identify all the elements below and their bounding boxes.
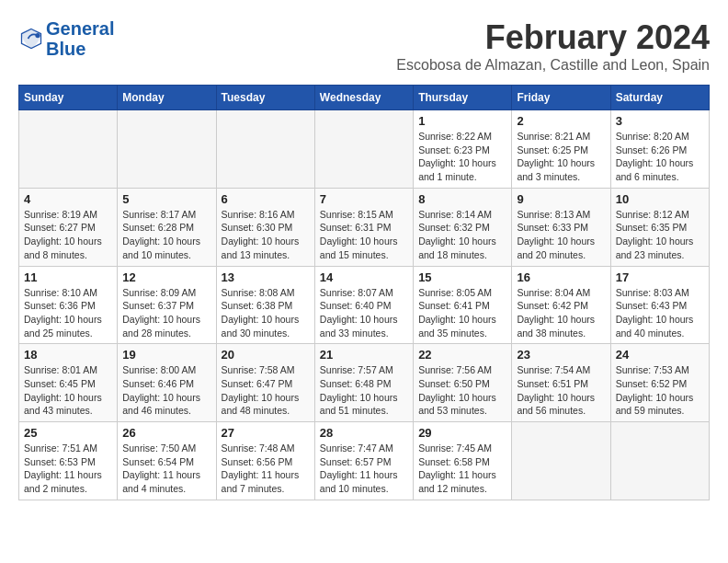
calendar-cell: 18Sunrise: 8:01 AM Sunset: 6:45 PM Dayli…	[19, 344, 118, 422]
day-info: Sunrise: 7:56 AM Sunset: 6:50 PM Dayligh…	[418, 363, 506, 418]
day-info: Sunrise: 8:09 AM Sunset: 6:37 PM Dayligh…	[122, 286, 210, 340]
day-number: 15	[418, 270, 506, 284]
day-header-tuesday: Tuesday	[216, 86, 314, 110]
day-info: Sunrise: 8:13 AM Sunset: 6:33 PM Dayligh…	[517, 208, 605, 262]
day-header-monday: Monday	[118, 86, 216, 110]
day-number: 25	[24, 426, 112, 440]
calendar-cell: 16Sunrise: 8:04 AM Sunset: 6:42 PM Dayli…	[512, 266, 610, 344]
calendar-cell	[512, 422, 610, 500]
day-header-sunday: Sunday	[19, 86, 118, 110]
calendar-cell: 5Sunrise: 8:17 AM Sunset: 6:28 PM Daylig…	[118, 188, 216, 266]
day-info: Sunrise: 8:00 AM Sunset: 6:46 PM Dayligh…	[122, 363, 210, 418]
day-number: 24	[616, 348, 704, 362]
day-number: 22	[418, 348, 506, 362]
day-info: Sunrise: 7:48 AM Sunset: 6:56 PM Dayligh…	[222, 442, 310, 496]
calendar-cell: 24Sunrise: 7:53 AM Sunset: 6:52 PM Dayli…	[610, 344, 709, 422]
day-info: Sunrise: 8:17 AM Sunset: 6:28 PM Dayligh…	[122, 208, 210, 262]
day-info: Sunrise: 8:03 AM Sunset: 6:43 PM Dayligh…	[616, 286, 704, 340]
day-number: 23	[517, 348, 605, 362]
calendar-cell: 2Sunrise: 8:21 AM Sunset: 6:25 PM Daylig…	[512, 110, 610, 189]
calendar-cell: 28Sunrise: 7:47 AM Sunset: 6:57 PM Dayli…	[314, 422, 413, 500]
calendar-cell: 3Sunrise: 8:20 AM Sunset: 6:26 PM Daylig…	[610, 110, 709, 189]
day-number: 18	[24, 348, 112, 362]
calendar-cell: 15Sunrise: 8:05 AM Sunset: 6:41 PM Dayli…	[414, 266, 512, 344]
day-info: Sunrise: 8:07 AM Sunset: 6:40 PM Dayligh…	[320, 286, 408, 340]
day-info: Sunrise: 8:08 AM Sunset: 6:38 PM Dayligh…	[222, 286, 310, 340]
day-info: Sunrise: 8:10 AM Sunset: 6:36 PM Dayligh…	[24, 286, 112, 340]
day-number: 11	[24, 270, 112, 284]
day-info: Sunrise: 8:20 AM Sunset: 6:26 PM Dayligh…	[616, 130, 704, 184]
day-header-saturday: Saturday	[610, 86, 709, 110]
calendar-cell: 27Sunrise: 7:48 AM Sunset: 6:56 PM Dayli…	[216, 422, 314, 500]
calendar-cell: 19Sunrise: 8:00 AM Sunset: 6:46 PM Dayli…	[118, 344, 216, 422]
calendar-cell: 13Sunrise: 8:08 AM Sunset: 6:38 PM Dayli…	[216, 266, 314, 344]
month-title: February 2024	[396, 18, 710, 57]
day-number: 7	[320, 192, 408, 206]
calendar-table: SundayMondayTuesdayWednesdayThursdayFrid…	[18, 85, 710, 500]
day-info: Sunrise: 8:21 AM Sunset: 6:25 PM Dayligh…	[517, 130, 605, 184]
day-info: Sunrise: 8:19 AM Sunset: 6:27 PM Dayligh…	[24, 208, 112, 262]
day-info: Sunrise: 8:22 AM Sunset: 6:23 PM Dayligh…	[418, 130, 506, 184]
day-info: Sunrise: 8:16 AM Sunset: 6:30 PM Dayligh…	[222, 208, 310, 262]
day-number: 17	[616, 270, 704, 284]
day-info: Sunrise: 7:58 AM Sunset: 6:47 PM Dayligh…	[222, 363, 310, 418]
calendar-cell: 22Sunrise: 7:56 AM Sunset: 6:50 PM Dayli…	[414, 344, 512, 422]
day-number: 14	[320, 270, 408, 284]
day-number: 28	[320, 426, 408, 440]
day-info: Sunrise: 7:50 AM Sunset: 6:54 PM Dayligh…	[122, 442, 210, 496]
day-number: 12	[122, 270, 210, 284]
day-header-wednesday: Wednesday	[314, 86, 413, 110]
calendar-cell: 6Sunrise: 8:16 AM Sunset: 6:30 PM Daylig…	[216, 188, 314, 266]
calendar-cell: 1Sunrise: 8:22 AM Sunset: 6:23 PM Daylig…	[414, 110, 512, 189]
calendar-cell	[216, 110, 314, 189]
calendar-cell: 26Sunrise: 7:50 AM Sunset: 6:54 PM Dayli…	[118, 422, 216, 500]
day-number: 13	[222, 270, 310, 284]
day-number: 8	[418, 192, 506, 206]
day-info: Sunrise: 7:47 AM Sunset: 6:57 PM Dayligh…	[320, 442, 408, 496]
calendar-cell	[118, 110, 216, 189]
calendar-cell: 29Sunrise: 7:45 AM Sunset: 6:58 PM Dayli…	[414, 422, 512, 500]
day-info: Sunrise: 7:54 AM Sunset: 6:51 PM Dayligh…	[517, 363, 605, 418]
day-info: Sunrise: 7:51 AM Sunset: 6:53 PM Dayligh…	[24, 442, 112, 496]
day-number: 27	[222, 426, 310, 440]
svg-point-1	[35, 33, 40, 38]
calendar-cell	[314, 110, 413, 189]
logo-text: General Blue	[46, 18, 114, 59]
calendar-cell: 7Sunrise: 8:15 AM Sunset: 6:31 PM Daylig…	[314, 188, 413, 266]
day-info: Sunrise: 7:53 AM Sunset: 6:52 PM Dayligh…	[616, 363, 704, 418]
calendar-cell: 11Sunrise: 8:10 AM Sunset: 6:36 PM Dayli…	[19, 266, 118, 344]
day-info: Sunrise: 8:15 AM Sunset: 6:31 PM Dayligh…	[320, 208, 408, 262]
calendar-cell: 4Sunrise: 8:19 AM Sunset: 6:27 PM Daylig…	[19, 188, 118, 266]
calendar-cell	[610, 422, 709, 500]
day-info: Sunrise: 8:14 AM Sunset: 6:32 PM Dayligh…	[418, 208, 506, 262]
calendar-cell: 17Sunrise: 8:03 AM Sunset: 6:43 PM Dayli…	[610, 266, 709, 344]
calendar-cell: 25Sunrise: 7:51 AM Sunset: 6:53 PM Dayli…	[19, 422, 118, 500]
day-number: 1	[418, 114, 506, 128]
generalblue-icon	[18, 26, 44, 52]
day-info: Sunrise: 7:57 AM Sunset: 6:48 PM Dayligh…	[320, 363, 408, 418]
day-number: 5	[122, 192, 210, 206]
day-number: 20	[222, 348, 310, 362]
day-header-friday: Friday	[512, 86, 610, 110]
calendar-cell	[19, 110, 118, 189]
day-number: 2	[517, 114, 605, 128]
calendar-cell: 23Sunrise: 7:54 AM Sunset: 6:51 PM Dayli…	[512, 344, 610, 422]
calendar-cell: 10Sunrise: 8:12 AM Sunset: 6:35 PM Dayli…	[610, 188, 709, 266]
calendar-cell: 20Sunrise: 7:58 AM Sunset: 6:47 PM Dayli…	[216, 344, 314, 422]
day-info: Sunrise: 8:04 AM Sunset: 6:42 PM Dayligh…	[517, 286, 605, 340]
day-number: 16	[517, 270, 605, 284]
day-number: 6	[222, 192, 310, 206]
day-number: 21	[320, 348, 408, 362]
calendar-cell: 14Sunrise: 8:07 AM Sunset: 6:40 PM Dayli…	[314, 266, 413, 344]
calendar-cell: 12Sunrise: 8:09 AM Sunset: 6:37 PM Dayli…	[118, 266, 216, 344]
day-info: Sunrise: 8:05 AM Sunset: 6:41 PM Dayligh…	[418, 286, 506, 340]
day-number: 3	[616, 114, 704, 128]
calendar-cell: 21Sunrise: 7:57 AM Sunset: 6:48 PM Dayli…	[314, 344, 413, 422]
day-number: 4	[24, 192, 112, 206]
location-title: Escobosa de Almazan, Castille and Leon, …	[396, 57, 710, 74]
day-number: 9	[517, 192, 605, 206]
logo: General Blue	[18, 18, 114, 59]
day-number: 26	[122, 426, 210, 440]
day-info: Sunrise: 8:01 AM Sunset: 6:45 PM Dayligh…	[24, 363, 112, 418]
day-number: 10	[616, 192, 704, 206]
